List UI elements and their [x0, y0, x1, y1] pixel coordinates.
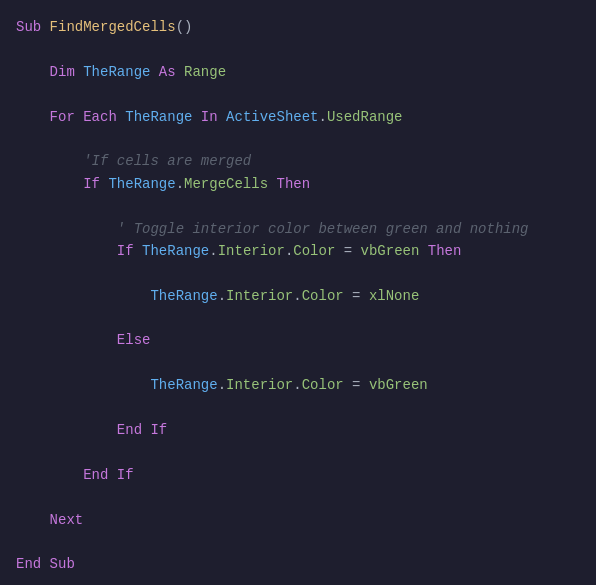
token: Color — [302, 285, 352, 307]
token: Color — [302, 374, 352, 396]
token: TheRange — [83, 61, 159, 83]
token: = — [344, 240, 361, 262]
code-line: Dim TheRange As Range — [0, 61, 596, 83]
code-line — [0, 397, 596, 419]
token: If — [150, 419, 167, 441]
code-line: Else — [0, 329, 596, 351]
token: Sub — [50, 553, 75, 575]
token: TheRange — [125, 106, 201, 128]
token: Sub — [16, 16, 50, 38]
code-line — [0, 307, 596, 329]
token: () — [176, 16, 193, 38]
token: Range — [184, 61, 226, 83]
token: Next — [50, 509, 84, 531]
token: Dim — [50, 61, 84, 83]
token: xlNone — [369, 285, 419, 307]
code-line — [0, 531, 596, 553]
token: . — [319, 106, 327, 128]
token: vbGreen — [369, 374, 428, 396]
token: Then — [428, 240, 462, 262]
token: ActiveSheet — [226, 106, 318, 128]
code-line — [0, 262, 596, 284]
token: vbGreen — [361, 240, 428, 262]
code-line — [0, 38, 596, 60]
code-line: 'If cells are merged — [0, 150, 596, 172]
code-line: ' Toggle interior color between green an… — [0, 218, 596, 240]
code-line: If TheRange.MergeCells Then — [0, 173, 596, 195]
token: Interior — [218, 240, 285, 262]
token: . — [176, 173, 184, 195]
token: FindMergedCells — [50, 16, 176, 38]
token: Else — [117, 329, 151, 351]
code-line: End If — [0, 419, 596, 441]
code-line — [0, 128, 596, 150]
token: In — [201, 106, 226, 128]
code-line: TheRange.Interior.Color = vbGreen — [0, 374, 596, 396]
token: = — [352, 285, 369, 307]
token: . — [293, 285, 301, 307]
token: TheRange — [108, 173, 175, 195]
token: Interior — [226, 374, 293, 396]
code-line — [0, 83, 596, 105]
token: Then — [276, 173, 310, 195]
token: As — [159, 61, 184, 83]
token: . — [218, 374, 226, 396]
code-line: End If — [0, 464, 596, 486]
code-line: If TheRange.Interior.Color = vbGreen The… — [0, 240, 596, 262]
code-line — [0, 486, 596, 508]
token: . — [293, 374, 301, 396]
token: TheRange — [150, 285, 217, 307]
code-line: Sub FindMergedCells() — [0, 16, 596, 38]
token: If — [117, 464, 134, 486]
code-line — [0, 195, 596, 217]
code-line — [0, 352, 596, 374]
token: End — [83, 464, 117, 486]
token: MergeCells — [184, 173, 276, 195]
code-line: For Each TheRange In ActiveSheet.UsedRan… — [0, 106, 596, 128]
token: 'If cells are merged — [83, 150, 251, 172]
token: . — [218, 285, 226, 307]
code-editor: Sub FindMergedCells() Dim TheRange As Ra… — [0, 0, 596, 585]
token: . — [209, 240, 217, 262]
token: TheRange — [142, 240, 209, 262]
token: TheRange — [150, 374, 217, 396]
token: End — [16, 553, 50, 575]
token: If — [117, 240, 142, 262]
code-line — [0, 441, 596, 463]
token: UsedRange — [327, 106, 403, 128]
token: ' Toggle interior color between green an… — [117, 218, 529, 240]
token: Each — [83, 106, 125, 128]
token: For — [50, 106, 84, 128]
token: . — [285, 240, 293, 262]
token: End — [117, 419, 151, 441]
code-line: TheRange.Interior.Color = xlNone — [0, 285, 596, 307]
code-line: End Sub — [0, 553, 596, 575]
token: If — [83, 173, 108, 195]
token: = — [352, 374, 369, 396]
token: Color — [293, 240, 343, 262]
token: Interior — [226, 285, 293, 307]
code-line: Next — [0, 509, 596, 531]
